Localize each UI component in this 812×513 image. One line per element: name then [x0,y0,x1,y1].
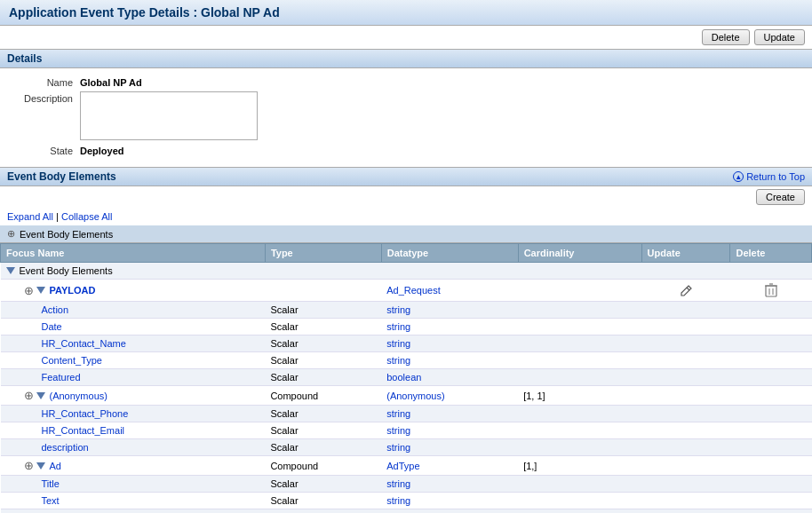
details-section-header: Details [0,49,812,68]
delete-button[interactable]: Delete [702,29,750,45]
datatype-link[interactable]: string [386,321,410,332]
datatype-link[interactable]: string [386,495,410,506]
datatype-link[interactable]: Ad_Request [386,285,441,296]
focus-name-cell: Date [1,319,266,335]
expand-all-link[interactable]: Expand All [7,211,53,222]
node-link[interactable]: Content_Type [42,355,103,366]
state-value: Deployed [80,144,124,156]
create-button[interactable]: Create [756,189,805,205]
update-cell[interactable] [641,280,730,302]
node-link[interactable]: HR_Contact_Name [42,338,126,349]
node-link[interactable]: Text [42,495,60,506]
cardinality-cell [518,493,641,509]
collapse-all-link[interactable]: Collapse All [61,211,112,222]
delete-cell [730,456,812,476]
datatype-cell[interactable]: string [381,319,518,335]
delete-icon[interactable] [764,284,778,295]
table-row: HR_Contact_NameScalarstring [1,335,812,352]
type-cell [265,263,381,280]
focus-name-cell: Ad_ID [1,509,266,514]
node-link[interactable]: (Anonymous) [50,391,107,401]
datatype-cell[interactable]: integer [381,509,518,514]
datatype-cell[interactable]: string [381,493,518,509]
focus-name-cell: HR_Contact_Name [1,335,266,352]
node-link[interactable]: description [42,442,89,453]
delete-cell [730,263,812,280]
delete-cell [730,406,812,422]
delete-cell[interactable] [730,280,812,302]
name-value: Global NP Ad [80,75,142,88]
cardinality-cell [518,280,641,302]
svg-line-0 [687,288,689,290]
crosshair-icon[interactable]: ⊕ [24,389,34,402]
focus-name-cell: HR_Contact_Email [1,422,266,439]
expand-collapse-bar: Expand All | Collapse All [0,208,812,225]
datatype-cell[interactable]: Ad_Request [381,280,518,302]
datatype-link[interactable]: string [386,442,410,453]
node-link[interactable]: Action [42,304,69,315]
datatype-cell[interactable]: string [381,406,518,422]
datatype-cell[interactable]: string [381,352,518,369]
datatype-cell[interactable]: AdType [381,456,518,476]
type-cell: Compound [265,456,381,476]
datatype-cell[interactable]: (Anonymous) [381,386,518,406]
datatype-cell[interactable]: boolean [381,369,518,386]
crosshair-icon[interactable]: ⊕ [24,284,34,297]
node-link[interactable]: Ad [50,461,61,471]
triangle-icon [36,392,45,399]
focus-name-cell: Event Body Elements [1,263,266,280]
table-row: TitleScalarstring [1,476,812,493]
node-link[interactable]: HR_Contact_Email [42,425,125,436]
description-input[interactable] [80,91,258,140]
description-field-row: Description [9,91,803,140]
datatype-link[interactable]: (Anonymous) [386,391,444,401]
type-cell: Scalar [265,302,381,319]
update-cell [641,335,730,352]
datatype-link[interactable]: string [386,408,410,419]
node-link[interactable]: Featured [42,372,81,383]
crosshair-icon[interactable]: ⊕ [24,459,34,472]
details-section: Name Global NP Ad Description State Depl… [0,68,812,167]
datatype-link[interactable]: string [386,478,410,489]
tree-root-expand-icon[interactable]: ⊕ [7,228,15,240]
delete-cell [730,352,812,369]
datatype-cell[interactable]: string [381,476,518,493]
node-link[interactable]: HR_Contact_Phone [42,408,129,419]
col-update: Update [641,244,730,263]
update-cell [641,439,730,456]
datatype-cell[interactable]: string [381,302,518,319]
table-row: ⊕AdCompoundAdType[1,] [1,456,812,476]
datatype-link[interactable]: string [386,338,410,349]
triangle-icon [36,287,45,294]
cardinality-cell [518,406,641,422]
datatype-link[interactable]: boolean [386,372,421,383]
focus-name-cell: HR_Contact_Phone [1,406,266,422]
node-link[interactable]: Title [42,478,60,489]
node-link[interactable]: Date [42,321,62,332]
table-row: FeaturedScalarboolean [1,369,812,386]
cardinality-cell: [1, 1] [518,386,641,406]
datatype-cell[interactable]: string [381,422,518,439]
page-header: Application Event Type Details : Global … [0,0,812,26]
datatype-link[interactable]: string [386,304,410,315]
update-button[interactable]: Update [754,29,805,45]
col-delete: Delete [730,244,812,263]
datatype-cell[interactable]: string [381,335,518,352]
event-body-header: Event Body Elements ▲ Return to Top [0,167,812,186]
page-title: Application Event Type Details : Global … [9,5,280,20]
type-cell: Scalar [265,509,381,514]
delete-cell [730,302,812,319]
delete-cell [730,493,812,509]
edit-icon[interactable] [679,282,693,296]
datatype-cell[interactable]: string [381,439,518,456]
name-label: Name [9,75,80,88]
tree-root-row: ⊕ Event Body Elements [0,225,812,243]
table-row: ActionScalarstring [1,302,812,319]
datatype-link[interactable]: string [386,355,410,366]
return-to-top-link[interactable]: ▲ Return to Top [733,171,805,182]
datatype-link[interactable]: string [386,425,410,436]
table-row: Content_TypeScalarstring [1,352,812,369]
focus-name-cell: ⊕PAYLOAD [1,280,266,302]
node-link[interactable]: PAYLOAD [50,285,96,296]
datatype-link[interactable]: AdType [386,461,419,471]
